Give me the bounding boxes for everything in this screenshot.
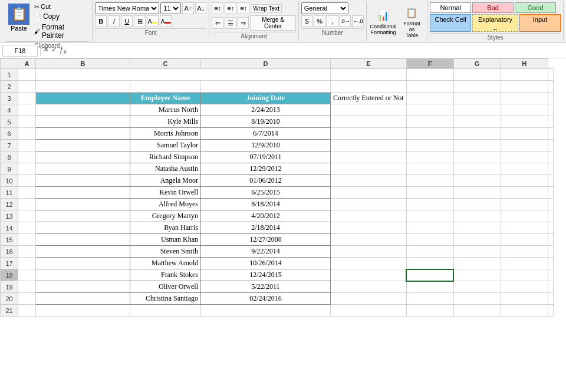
cell-r9-c6[interactable] — [453, 163, 501, 175]
font-size-select[interactable]: 11 — [160, 2, 181, 14]
cell-r7-c4[interactable] — [331, 140, 407, 151]
cell-r8-c5[interactable] — [406, 151, 453, 163]
cell-r20-c6[interactable] — [453, 293, 501, 305]
cell-r1-c6[interactable] — [453, 69, 501, 81]
cell-r3-c2[interactable]: Employee Name — [130, 93, 201, 104]
cell-r12-c4[interactable] — [331, 199, 407, 210]
col-header-d[interactable]: D — [201, 59, 331, 69]
cell-r2-c3[interactable] — [201, 81, 331, 93]
cell-r13-c7[interactable] — [501, 210, 548, 222]
merge-center-button[interactable]: Merge & Center — [250, 15, 295, 31]
cell-r7-c2[interactable]: Samuel Taylor — [130, 140, 201, 151]
cell-r3-c3[interactable]: Joining Date — [201, 93, 331, 104]
row-header-18[interactable]: 18 — [1, 269, 18, 281]
row-header-2[interactable]: 2 — [1, 81, 18, 93]
col-header-e[interactable]: E — [331, 59, 407, 69]
cell-r21-c1[interactable] — [36, 305, 130, 317]
style-bad[interactable]: Bad — [472, 2, 514, 13]
row-header-7[interactable]: 7 — [1, 140, 18, 151]
cell-r19-c3[interactable]: 5/22/2011 — [201, 281, 331, 293]
cell-r7-c7[interactable] — [501, 140, 548, 151]
cell-r17-c4[interactable] — [331, 258, 407, 269]
cell-r12-c2[interactable]: Alfred Moyes — [130, 199, 201, 210]
cell-r11-c2[interactable]: Kevin Orwell — [130, 187, 201, 199]
cell-r3-c7[interactable] — [501, 93, 548, 104]
cell-r9-c1[interactable] — [36, 163, 130, 175]
style-check-cell[interactable]: Check Cell — [430, 14, 471, 32]
cell-r9-c0[interactable] — [18, 163, 36, 175]
cell-r20-c3[interactable]: 02/24/2016 — [201, 293, 331, 305]
cell-r16-c4[interactable] — [331, 246, 407, 258]
cell-r13-c3[interactable]: 4/20/2012 — [201, 210, 331, 222]
cell-r6-c1[interactable] — [36, 128, 130, 140]
cell-r9-c5[interactable] — [406, 163, 453, 175]
cell-r8-c8[interactable] — [548, 151, 553, 163]
cell-r6-c8[interactable] — [548, 128, 553, 140]
col-header-a[interactable]: A — [18, 59, 36, 69]
cell-r9-c3[interactable]: 12/29/2012 — [201, 163, 331, 175]
cell-r18-c6[interactable] — [453, 269, 501, 281]
cell-r20-c0[interactable] — [18, 293, 36, 305]
align-left-button[interactable]: ⇐ — [212, 17, 223, 29]
cell-r9-c2[interactable]: Natasha Austin — [130, 163, 201, 175]
cell-r4-c6[interactable] — [453, 104, 501, 116]
cell-r8-c2[interactable]: Richard Simpson — [130, 151, 201, 163]
cell-r17-c2[interactable]: Matthew Arnold — [130, 258, 201, 269]
cell-r15-c5[interactable] — [406, 234, 453, 246]
cell-r18-c1[interactable] — [36, 269, 130, 281]
cell-r18-c4[interactable] — [331, 269, 407, 281]
cell-r19-c6[interactable] — [453, 281, 501, 293]
copy-text-button[interactable]: 📄 Copy — [33, 12, 88, 21]
align-right-button[interactable]: ⇒ — [238, 17, 249, 29]
cell-r19-c4[interactable] — [331, 281, 407, 293]
cell-r7-c1[interactable] — [36, 140, 130, 151]
cell-r8-c3[interactable]: 07/19/2011 — [201, 151, 331, 163]
cell-r3-c0[interactable] — [18, 93, 36, 104]
font-name-select[interactable]: Times New Roma — [95, 2, 159, 14]
cell-r20-c8[interactable] — [548, 293, 553, 305]
confirm-icon[interactable]: ✓ — [51, 45, 57, 55]
cell-r3-c6[interactable] — [453, 93, 501, 104]
cell-r9-c7[interactable] — [501, 163, 548, 175]
row-header-9[interactable]: 9 — [1, 163, 18, 175]
cell-r6-c6[interactable] — [453, 128, 501, 140]
cell-r3-c4[interactable]: Correctly Entered or Not — [331, 93, 407, 104]
col-header-c[interactable]: C — [130, 59, 201, 69]
cell-r17-c6[interactable] — [453, 258, 501, 269]
row-header-20[interactable]: 20 — [1, 293, 18, 305]
col-header-f[interactable]: F — [406, 59, 453, 69]
cell-r14-c0[interactable] — [18, 222, 36, 234]
row-header-5[interactable]: 5 — [1, 116, 18, 128]
cell-r6-c3[interactable]: 6/7/2014 — [201, 128, 331, 140]
row-header-8[interactable]: 8 — [1, 151, 18, 163]
cell-r9-c4[interactable] — [331, 163, 407, 175]
cell-r3-c1[interactable] — [36, 93, 130, 104]
cell-r4-c5[interactable] — [406, 104, 453, 116]
cell-r14-c1[interactable] — [36, 222, 130, 234]
cell-r17-c7[interactable] — [501, 258, 548, 269]
cell-r10-c6[interactable] — [453, 175, 501, 187]
cell-r4-c1[interactable] — [36, 104, 130, 116]
cell-r10-c2[interactable]: Angela Moor — [130, 175, 201, 187]
cell-r6-c4[interactable] — [331, 128, 407, 140]
cell-r20-c4[interactable] — [331, 293, 407, 305]
cell-r16-c3[interactable]: 9/22/2014 — [201, 246, 331, 258]
cell-r19-c2[interactable]: Oliver Orwell — [130, 281, 201, 293]
cell-r7-c6[interactable] — [453, 140, 501, 151]
cell-r17-c1[interactable] — [36, 258, 130, 269]
cell-r5-c3[interactable]: 8/19/2010 — [201, 116, 331, 128]
cell-r3-c8[interactable] — [548, 93, 553, 104]
col-header-b[interactable]: B — [36, 59, 130, 69]
increase-font-button[interactable]: A↑ — [182, 2, 194, 14]
row-header-17[interactable]: 17 — [1, 258, 18, 269]
cell-r20-c1[interactable] — [36, 293, 130, 305]
cell-r4-c0[interactable] — [18, 104, 36, 116]
cell-r5-c1[interactable] — [36, 116, 130, 128]
row-header-1[interactable]: 1 — [1, 69, 18, 81]
underline-button[interactable]: U — [121, 15, 133, 27]
cell-r19-c5[interactable] — [406, 281, 453, 293]
row-header-13[interactable]: 13 — [1, 210, 18, 222]
cell-r13-c4[interactable] — [331, 210, 407, 222]
cancel-icon[interactable]: ✕ — [43, 45, 49, 55]
cell-r12-c6[interactable] — [453, 199, 501, 210]
